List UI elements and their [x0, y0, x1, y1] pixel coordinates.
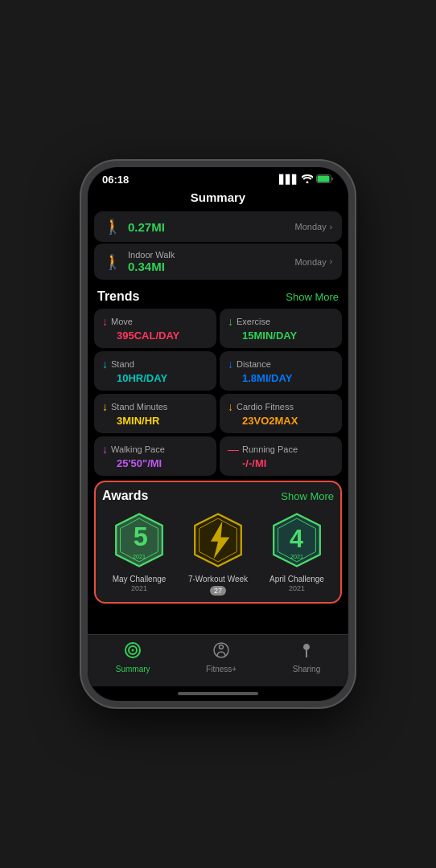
- trend-run-pace-label: Running Pace: [242, 444, 298, 454]
- summary-tab-label: Summary: [116, 665, 150, 674]
- trend-move-arrow: ↓: [102, 315, 108, 328]
- battery-icon: [316, 174, 334, 185]
- trend-cardio-header: ↓ Cardio Fitness: [228, 400, 334, 413]
- walk1-day: Monday: [295, 222, 327, 231]
- trend-stand-min-value: 3MIN/HR: [117, 415, 208, 427]
- april-challenge-name: April Challenge: [269, 574, 324, 584]
- trend-move-value: 395CAL/DAY: [117, 330, 208, 342]
- april-challenge-year: 2021: [289, 584, 305, 592]
- sharing-tab-icon: [298, 641, 315, 663]
- awards-grid: 5 2021 May Challenge 2021: [102, 511, 334, 596]
- trend-stand-min-header: ↓ Stand Minutes: [102, 400, 208, 413]
- tab-bar: Summary Fitness+ Sharing: [88, 634, 348, 686]
- walk1-chevron: ›: [330, 223, 332, 231]
- walk-icon-2: 🚶: [104, 253, 121, 271]
- svg-text:2021: 2021: [290, 553, 303, 560]
- activity-row-walk2[interactable]: 🚶 Indoor Walk 0.34MI Monday ›: [94, 244, 342, 280]
- activity-row-walk1[interactable]: 🚶 0.27MI Monday ›: [94, 211, 342, 242]
- trend-cardio-label: Cardio Fitness: [237, 402, 294, 411]
- walk2-chevron: ›: [330, 257, 332, 266]
- home-indicator: [88, 686, 348, 701]
- award-may-challenge[interactable]: 5 2021 May Challenge 2021: [102, 511, 176, 596]
- trends-header: Trends Show More: [88, 281, 348, 309]
- may-badge-icon: 5 2021: [110, 511, 168, 569]
- activity-left: 🚶 0.27MI: [104, 218, 165, 235]
- phone-inner: 06:18 ▋▋▋ Summary: [88, 167, 348, 701]
- walk1-value: 0.27MI: [128, 220, 165, 234]
- trend-stand-value: 10HR/DAY: [117, 372, 208, 384]
- phone-frame: 06:18 ▋▋▋ Summary: [81, 161, 355, 707]
- trend-run-pace[interactable]: — Running Pace -/-/MI: [220, 436, 342, 476]
- workout-badge-icon: [189, 511, 247, 569]
- walk2-day: Monday: [295, 257, 327, 267]
- may-challenge-year: 2021: [131, 584, 147, 592]
- trend-stand-header: ↓ Stand: [102, 358, 208, 371]
- summary-tab-icon: [124, 641, 142, 663]
- trend-run-pace-value: -/-/MI: [242, 457, 334, 469]
- bottom-spacer: [88, 608, 348, 615]
- walk2-value: 0.34MI: [128, 260, 175, 273]
- trend-distance[interactable]: ↓ Distance 1.8MI/DAY: [220, 351, 342, 391]
- award-workout-week[interactable]: 7-Workout Week 27: [181, 511, 255, 596]
- trend-cardio-arrow: ↓: [228, 400, 233, 413]
- trend-stand-min[interactable]: ↓ Stand Minutes 3MIN/HR: [94, 394, 216, 433]
- nav-title: Summary: [88, 189, 348, 210]
- walk-icon-1: 🚶: [104, 218, 121, 235]
- trend-distance-arrow: ↓: [228, 358, 233, 371]
- svg-text:4: 4: [290, 525, 303, 552]
- tab-fitness-plus[interactable]: Fitness+: [206, 641, 237, 674]
- tab-summary[interactable]: Summary: [116, 641, 150, 674]
- awards-show-more[interactable]: Show More: [281, 490, 334, 502]
- trend-stand[interactable]: ↓ Stand 10HR/DAY: [94, 351, 216, 391]
- trend-move[interactable]: ↓ Move 395CAL/DAY: [94, 309, 216, 348]
- trends-grid: ↓ Move 395CAL/DAY ↓ Exercise 15MIN/DAY: [88, 309, 348, 476]
- walk1-right: Monday ›: [295, 222, 332, 231]
- activity-left-2: 🚶 Indoor Walk 0.34MI: [104, 250, 175, 273]
- awards-header: Awards Show More: [102, 489, 334, 503]
- trend-exercise-label: Exercise: [237, 317, 270, 326]
- trend-stand-min-label: Stand Minutes: [111, 402, 167, 411]
- awards-section: Awards Show More 5: [94, 481, 342, 604]
- awards-title: Awards: [102, 489, 149, 503]
- trend-stand-label: Stand: [111, 359, 134, 369]
- award-april-challenge[interactable]: 4 2021 April Challenge 2021: [260, 511, 334, 596]
- svg-text:2021: 2021: [133, 553, 146, 560]
- workout-week-name: 7-Workout Week: [188, 574, 248, 584]
- trend-stand-min-arrow: ↓: [102, 400, 108, 413]
- trend-exercise[interactable]: ↓ Exercise 15MIN/DAY: [220, 309, 342, 348]
- trends-show-more[interactable]: Show More: [286, 291, 339, 303]
- wifi-icon: [302, 174, 313, 185]
- trend-run-pace-arrow: —: [228, 443, 239, 456]
- svg-point-15: [132, 649, 134, 652]
- trends-title: Trends: [97, 289, 139, 304]
- trend-walk-pace-header: ↓ Walking Pace: [102, 443, 208, 456]
- trend-exercise-value: 15MIN/DAY: [242, 330, 334, 342]
- sharing-tab-label: Sharing: [293, 665, 320, 674]
- fitness-tab-icon: [212, 641, 230, 663]
- trend-walk-pace[interactable]: ↓ Walking Pace 25'50"/MI: [94, 436, 216, 476]
- fitness-tab-label: Fitness+: [206, 665, 237, 674]
- page-title: Summary: [191, 190, 245, 204]
- trend-distance-header: ↓ Distance: [228, 358, 334, 371]
- trend-walk-pace-label: Walking Pace: [111, 444, 165, 454]
- trend-move-label: Move: [111, 317, 133, 326]
- workout-week-count: 27: [210, 586, 226, 596]
- svg-point-17: [220, 645, 224, 649]
- walk2-info: Indoor Walk 0.34MI: [128, 250, 175, 273]
- walk2-right: Monday ›: [295, 257, 332, 267]
- status-time: 06:18: [102, 174, 129, 186]
- trend-distance-label: Distance: [237, 359, 271, 369]
- trend-walk-pace-value: 25'50"/MI: [117, 457, 208, 469]
- trend-run-pace-header: — Running Pace: [228, 443, 334, 456]
- svg-rect-1: [318, 176, 330, 182]
- notch: [174, 167, 262, 185]
- trend-exercise-arrow: ↓: [228, 315, 233, 328]
- trend-cardio-value: 23VO2MAX: [242, 415, 334, 427]
- trend-cardio[interactable]: ↓ Cardio Fitness 23VO2MAX: [220, 394, 342, 433]
- trend-walk-pace-arrow: ↓: [102, 443, 108, 456]
- trend-distance-value: 1.8MI/DAY: [242, 372, 334, 384]
- home-bar: [178, 692, 258, 695]
- tab-sharing[interactable]: Sharing: [293, 641, 320, 674]
- signal-icon: ▋▋▋: [279, 174, 298, 185]
- scroll-content[interactable]: 🚶 0.27MI Monday › 🚶 Indoor Walk 0.34MI: [88, 210, 348, 634]
